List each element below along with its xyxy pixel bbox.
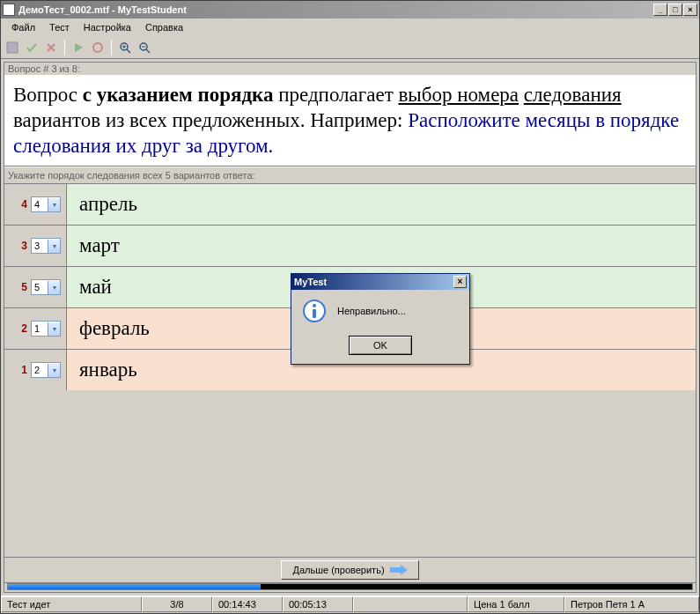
question-counter: Вопрос # 3 из 8: (4, 63, 696, 76)
answer-text: апрель (66, 184, 696, 225)
check-icon (24, 40, 40, 55)
order-select[interactable]: 4▾ (31, 196, 61, 212)
maximize-button[interactable]: □ (668, 4, 682, 16)
svg-line-3 (127, 49, 130, 53)
svg-point-11 (313, 304, 316, 307)
toolbar-separator (111, 40, 112, 55)
window-title: ДемоТест_0002.mtf - MyTestStudent (18, 4, 653, 15)
order-select[interactable]: 3▾ (31, 238, 61, 254)
q-text-bold: с указанием порядка (83, 84, 274, 106)
answer-order-cell: 21▾ (4, 308, 66, 349)
svg-rect-9 (390, 567, 401, 573)
answer-order-cell: 33▾ (4, 226, 66, 266)
message-dialog: MyTest × Неправильно... OK (291, 273, 470, 365)
svg-rect-0 (7, 42, 18, 53)
answer-hint: Укажите порядок следования всех 5 вариан… (4, 166, 696, 183)
progress-fill (8, 584, 261, 589)
answer-row: 33▾март (4, 225, 696, 266)
status-position: 3/8 (142, 596, 212, 612)
q-text: Вопрос (13, 84, 83, 106)
answer-order-cell: 12▾ (4, 350, 66, 390)
chevron-down-icon: ▾ (48, 240, 60, 253)
close-button[interactable]: × (683, 4, 697, 16)
answer-number-label: 1 (21, 364, 27, 376)
stop-icon (90, 40, 106, 55)
zoom-in-icon[interactable] (117, 40, 133, 55)
app-icon (3, 4, 15, 16)
titlebar: ДемоТест_0002.mtf - MyTestStudent _ □ × (1, 1, 699, 18)
app-window: ДемоТест_0002.mtf - MyTestStudent _ □ × … (0, 0, 700, 614)
toolbar-separator (64, 40, 65, 55)
dialog-titlebar: MyTest × (291, 274, 469, 290)
question-text: Вопрос с указанием порядка предполагает … (4, 76, 696, 166)
progress-bar (7, 583, 693, 590)
answer-number-label: 3 (21, 240, 27, 252)
svg-point-1 (93, 43, 102, 52)
q-text-u1: выбор номера (398, 84, 519, 106)
chevron-down-icon: ▾ (48, 198, 60, 211)
answer-number-label: 4 (21, 198, 27, 211)
status-user: Петров Петя 1 А (564, 596, 699, 612)
next-bar: Дальше (проверить) (4, 557, 696, 583)
zoom-out-icon[interactable] (136, 40, 152, 55)
status-price: Цена 1 балл (468, 596, 564, 612)
dialog-close-button[interactable]: × (453, 276, 467, 288)
svg-line-7 (146, 49, 150, 53)
menu-settings[interactable]: Настройка (77, 20, 138, 34)
answers-list: 44▾апрель33▾март55▾май21▾февраль12▾январ… (4, 183, 696, 553)
order-select[interactable]: 5▾ (31, 279, 61, 295)
minimize-button[interactable]: _ (653, 4, 667, 16)
info-icon (302, 299, 327, 323)
answer-row: 44▾апрель (4, 183, 696, 225)
chevron-down-icon: ▾ (48, 364, 60, 377)
toolbar (1, 36, 699, 59)
q-text: вариантов из всех предложенных. Например… (13, 109, 408, 131)
answer-order-cell: 55▾ (4, 267, 66, 307)
order-select[interactable]: 1▾ (31, 321, 61, 337)
answer-number-label: 5 (21, 281, 27, 293)
dialog-title: MyTest (294, 277, 453, 287)
dialog-message: Неправильно... (337, 306, 406, 316)
menu-help[interactable]: Справка (138, 20, 190, 34)
q-text-u2: следования (524, 84, 622, 106)
answer-number-label: 2 (21, 322, 27, 335)
chevron-down-icon: ▾ (48, 281, 60, 294)
cancel-icon (43, 40, 59, 55)
arrow-right-icon (390, 565, 408, 575)
dialog-ok-button[interactable]: OK (349, 336, 412, 355)
status-time-q: 00:05:13 (283, 596, 353, 612)
chevron-down-icon: ▾ (48, 322, 60, 336)
status-time-total: 00:14:43 (212, 596, 283, 612)
order-select[interactable]: 2▾ (31, 362, 61, 378)
q-text: предполагает (273, 84, 398, 106)
status-blank (353, 596, 468, 612)
save-icon (4, 40, 20, 55)
play-icon (70, 40, 86, 55)
answer-text: март (66, 226, 696, 266)
next-button[interactable]: Дальше (проверить) (281, 560, 418, 580)
answer-order-cell: 44▾ (4, 184, 66, 225)
menu-test[interactable]: Тест (42, 20, 77, 34)
status-state: Тест идет (1, 596, 142, 612)
statusbar: Тест идет 3/8 00:14:43 00:05:13 Цена 1 б… (1, 596, 699, 613)
svg-rect-12 (313, 309, 316, 318)
progress-row (4, 583, 696, 592)
menubar: Файл Тест Настройка Справка (1, 18, 699, 36)
next-label: Дальше (проверить) (292, 565, 384, 575)
menu-file[interactable]: Файл (4, 20, 42, 34)
